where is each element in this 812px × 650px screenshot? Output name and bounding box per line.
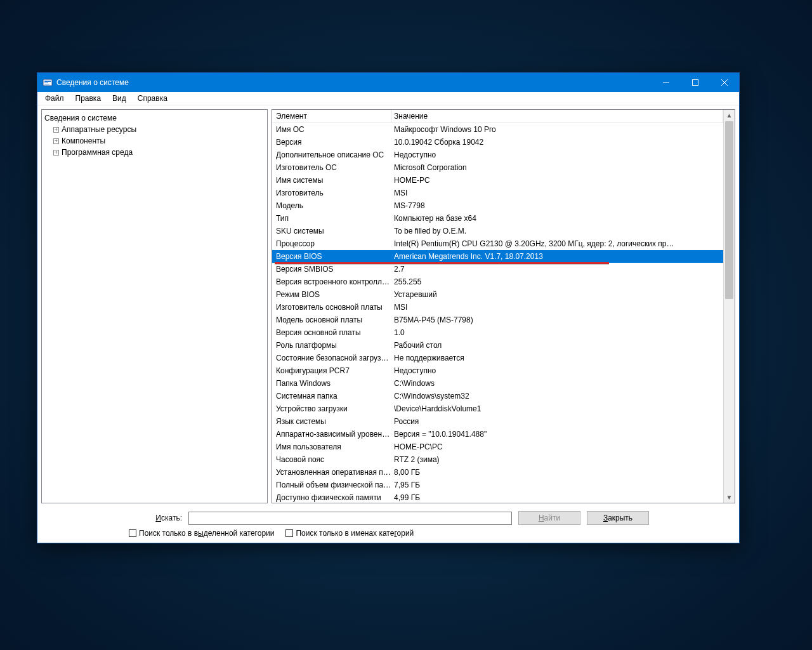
table-row[interactable]: Часовой поясRTZ 2 (зима): [272, 453, 723, 466]
table-row[interactable]: Модель основной платыB75MA-P45 (MS-7798): [272, 314, 723, 326]
table-row[interactable]: Устройство загрузки\Device\HarddiskVolum…: [272, 402, 723, 415]
cell-value: 255.255: [391, 277, 723, 286]
search-selected-category-checkbox[interactable]: Поиск только в выделенной категории: [129, 529, 274, 538]
maximize-button[interactable]: [681, 73, 710, 92]
table-row[interactable]: Имя ОСМайкрософт Windows 10 Pro: [272, 123, 723, 136]
svg-rect-5: [693, 80, 698, 86]
cell-element: SKU системы: [272, 227, 391, 235]
scroll-down-arrow-icon[interactable]: ▼: [724, 492, 735, 503]
table-row[interactable]: Язык системыРоссия: [272, 415, 723, 428]
menu-edit[interactable]: Правка: [70, 93, 107, 103]
table-row[interactable]: Имя системыHOME-PC: [272, 174, 723, 187]
table-row[interactable]: Системная папкаC:\Windows\system32: [272, 390, 723, 402]
tree-pane[interactable]: Сведения о системе +Аппаратные ресурсы+К…: [41, 109, 268, 503]
cell-value: C:\Windows\system32: [391, 392, 723, 401]
cell-value: To be filled by O.E.M.: [391, 227, 723, 235]
cell-element: Роль платформы: [272, 341, 391, 350]
table-row[interactable]: Версия основной платы1.0: [272, 326, 723, 339]
expand-icon[interactable]: +: [53, 138, 59, 144]
scroll-thumb[interactable]: [725, 121, 733, 299]
cell-value: Россия: [391, 417, 723, 426]
minimize-button[interactable]: [652, 73, 681, 92]
search-category-names-checkbox[interactable]: Поиск только в именах категорий: [285, 529, 414, 538]
system-info-window: Сведения о системе Файл Правка Вид Справ…: [37, 72, 740, 543]
cell-element: Язык системы: [272, 417, 391, 426]
cell-element: Изготовитель основной платы: [272, 303, 391, 312]
table-row[interactable]: Версия10.0.19042 Сборка 19042: [272, 136, 723, 149]
header-element[interactable]: Элемент: [272, 110, 391, 123]
menu-file[interactable]: Файл: [40, 93, 69, 103]
cell-value: C:\Windows: [391, 379, 723, 388]
cell-value: Устаревший: [391, 290, 723, 299]
table-row[interactable]: Установленная оперативная п…8,00 ГБ: [272, 466, 723, 479]
list-header[interactable]: Элемент Значение: [272, 110, 723, 123]
table-row[interactable]: Полный объем физической па…7,95 ГБ: [272, 479, 723, 491]
menubar: Файл Правка Вид Справка: [37, 92, 739, 105]
table-row[interactable]: Состояние безопасной загруз…Не поддержив…: [272, 352, 723, 364]
cell-element: Устройство загрузки: [272, 404, 391, 413]
tree-root-node[interactable]: Сведения о системе: [44, 112, 265, 124]
checkbox-label: Поиск только в именах категорий: [296, 529, 414, 538]
titlebar[interactable]: Сведения о системе: [37, 73, 739, 92]
list-pane: Элемент Значение Имя ОСМайкрософт Window…: [272, 109, 735, 503]
search-input[interactable]: [188, 512, 512, 525]
cell-element: Модель: [272, 201, 391, 210]
cell-value: Недоступно: [391, 150, 723, 159]
table-row[interactable]: ПроцессорIntel(R) Pentium(R) CPU G2130 @…: [272, 237, 723, 250]
find-button[interactable]: Найти: [518, 511, 580, 525]
tree-node[interactable]: +Программная среда: [44, 147, 265, 158]
table-row[interactable]: Версия встроенного контролл…255.255: [272, 275, 723, 288]
tree-node[interactable]: +Компоненты: [44, 135, 265, 147]
window-controls: [652, 73, 739, 92]
cell-element: Версия SMBIOS: [272, 265, 391, 274]
vertical-scrollbar[interactable]: ▲ ▼: [723, 110, 735, 503]
list-rows: Имя ОСМайкрософт Windows 10 ProВерсия10.…: [272, 123, 723, 503]
main-area: Сведения о системе +Аппаратные ресурсы+К…: [37, 105, 739, 507]
table-row[interactable]: Режим BIOSУстаревший: [272, 288, 723, 301]
table-row[interactable]: Папка WindowsC:\Windows: [272, 377, 723, 390]
expand-icon[interactable]: +: [53, 150, 59, 156]
menu-view[interactable]: Вид: [107, 93, 131, 103]
cell-value: American Megatrends Inc. V1.7, 18.07.201…: [391, 252, 723, 261]
table-row[interactable]: Конфигурация PCR7Недоступно: [272, 364, 723, 377]
scroll-up-arrow-icon[interactable]: ▲: [724, 110, 735, 121]
tree-node-label: Аппаратные ресурсы: [62, 125, 136, 134]
table-row[interactable]: Имя пользователяHOME-PC\PC: [272, 441, 723, 453]
cell-value: HOME-PC\PC: [391, 442, 723, 451]
table-row[interactable]: Роль платформыРабочий стол: [272, 339, 723, 352]
window-title: Сведения о системе: [56, 78, 652, 87]
table-row[interactable]: Изготовитель ОСMicrosoft Corporation: [272, 161, 723, 174]
cell-value: Не поддерживается: [391, 354, 723, 362]
tree-node-label: Компоненты: [62, 136, 105, 145]
table-row[interactable]: Доступно физической памяти4,99 ГБ: [272, 491, 723, 503]
table-row[interactable]: МодельMS-7798: [272, 199, 723, 212]
close-button[interactable]: [710, 73, 739, 92]
table-row[interactable]: Изготовитель основной платыMSI: [272, 301, 723, 314]
table-row[interactable]: ТипКомпьютер на базе x64: [272, 212, 723, 225]
table-row[interactable]: Версия BIOSAmerican Megatrends Inc. V1.7…: [272, 250, 723, 263]
checkbox-icon: [129, 529, 136, 537]
cell-element: Режим BIOS: [272, 290, 391, 299]
cell-element: Часовой пояс: [272, 455, 391, 464]
tree-root-label: Сведения о системе: [44, 114, 117, 123]
table-row[interactable]: Дополнительное описание ОСНедоступно: [272, 149, 723, 161]
cell-element: Версия BIOS: [272, 252, 391, 261]
table-row[interactable]: SKU системыTo be filled by O.E.M.: [272, 225, 723, 237]
close-search-button[interactable]: Закрыть: [587, 511, 649, 525]
header-value[interactable]: Значение: [391, 110, 723, 123]
cell-element: Тип: [272, 214, 391, 223]
cell-element: Имя ОС: [272, 125, 391, 134]
svg-rect-3: [44, 84, 49, 84]
table-row[interactable]: Аппаратно-зависимый уровен…Версия = "10.…: [272, 428, 723, 441]
search-row: Искать: Найти Закрыть: [43, 511, 734, 525]
cell-value: MSI: [391, 303, 723, 312]
svg-rect-1: [44, 81, 51, 82]
cell-value: HOME-PC: [391, 176, 723, 185]
table-row[interactable]: Версия SMBIOS2.7: [272, 263, 723, 275]
check-row: Поиск только в выделенной категории Поис…: [43, 529, 734, 538]
expand-icon[interactable]: +: [53, 127, 59, 133]
cell-value: RTZ 2 (зима): [391, 455, 723, 464]
table-row[interactable]: ИзготовительMSI: [272, 187, 723, 199]
menu-help[interactable]: Справка: [133, 93, 173, 103]
tree-node[interactable]: +Аппаратные ресурсы: [44, 124, 265, 135]
